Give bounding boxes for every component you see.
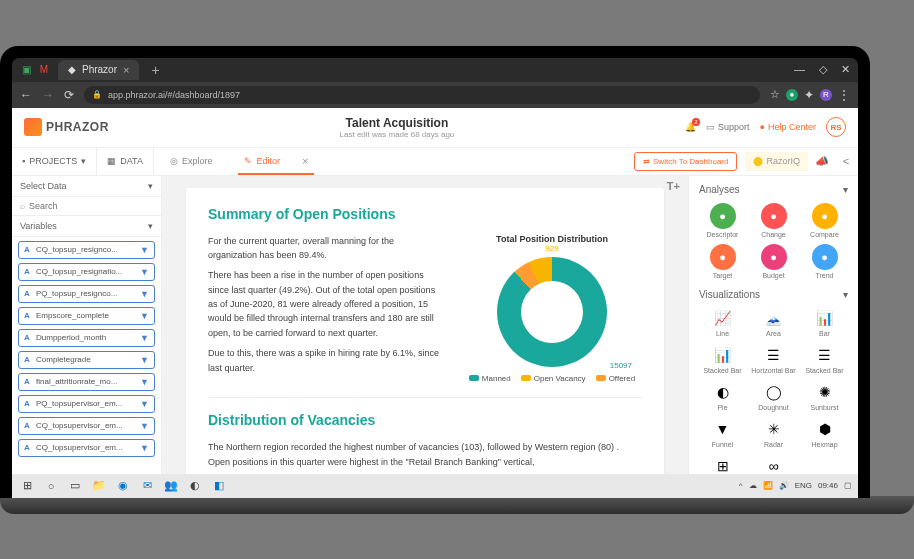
browser-tab[interactable]: ◆ Phrazor × [58,60,139,80]
viz-item[interactable]: 🗻Area [750,308,797,337]
support-link[interactable]: ▭ Support [706,122,750,132]
variable-item[interactable]: ACompletegrade▼ [18,351,155,369]
wifi-icon[interactable]: 📶 [763,481,773,490]
select-data-dropdown[interactable]: Select Data▾ [12,176,161,197]
analysis-item[interactable]: ●Change [750,203,797,238]
edge-icon[interactable]: ◉ [114,477,132,495]
variable-item[interactable]: ADumpperiod_month▼ [18,329,155,347]
avatar[interactable]: RS [826,117,846,137]
viz-item[interactable]: 📊Stacked Bar [699,345,746,374]
cloud-icon[interactable]: ☁ [749,481,757,490]
text-format-icon[interactable]: T+ [667,180,680,192]
maximize-icon[interactable]: ◇ [819,63,827,76]
vscode-icon[interactable]: ◧ [210,477,228,495]
outlook-icon[interactable]: ✉ [138,477,156,495]
tray-chevron-icon[interactable]: ^ [739,481,743,490]
variable-item[interactable]: ACQ_topsupervisor_em...▼ [18,417,155,435]
filter-icon[interactable]: ▼ [140,245,149,255]
viz-item[interactable]: ☰Stacked Bar [801,345,848,374]
clock[interactable]: 09:46 [818,481,838,490]
viz-item[interactable]: 📊Bar [801,308,848,337]
viz-icon: ◯ [762,382,786,402]
chrome-icon[interactable]: ◐ [186,477,204,495]
viz-icon: ⬢ [813,419,837,439]
viz-item[interactable]: ▼Funnel [699,419,746,448]
viz-item[interactable]: ☰Horizontal Bar [750,345,797,374]
volume-icon[interactable]: 🔊 [779,481,789,490]
filter-icon[interactable]: ▼ [140,289,149,299]
analysis-item[interactable]: ●Compare [801,203,848,238]
section-title: Summary of Open Positions [208,206,642,222]
tab-explore[interactable]: ◎ Explore [154,148,229,175]
viz-item[interactable]: ∞Text Block [750,456,797,474]
viz-item[interactable]: ✺Sunburst [801,382,848,411]
close-icon[interactable]: × [123,64,129,76]
search-taskbar-icon[interactable]: ○ [42,477,60,495]
var-type-icon: A [24,399,32,408]
forward-icon[interactable]: → [42,88,54,102]
close-window-icon[interactable]: ✕ [841,63,850,76]
announce-icon[interactable]: 📣 [810,148,834,175]
filter-icon[interactable]: ▼ [140,399,149,409]
share-icon[interactable]: < [834,148,858,175]
new-tab-button[interactable]: + [151,62,159,78]
filter-icon[interactable]: ▼ [140,421,149,431]
notifications-icon[interactable]: ▢ [844,481,852,490]
analysis-item[interactable]: ●Budget [750,244,797,279]
help-center-link[interactable]: ● Help Center [760,122,816,132]
close-tab-icon[interactable]: × [302,155,308,167]
minimize-icon[interactable]: — [794,63,805,76]
variables-header[interactable]: Variables▾ [12,216,161,237]
variable-item[interactable]: APQ_topsupervisor_em...▼ [18,395,155,413]
analyses-header[interactable]: Analyses▾ [699,184,848,195]
viz-item[interactable]: ◯Doughnut [750,382,797,411]
search-icon: ⌕ [20,201,25,211]
logo[interactable]: PHRAZOR [24,118,109,136]
teams-icon[interactable]: 👥 [162,477,180,495]
menu-icon[interactable]: ⋮ [838,88,850,102]
back-icon[interactable]: ← [20,88,32,102]
url-input[interactable]: 🔒 app.phrazor.ai/#/dashboard/1897 [84,86,760,104]
filter-icon[interactable]: ▼ [140,443,149,453]
search-row: ⌕ [12,197,161,216]
start-icon[interactable]: ⊞ [18,477,36,495]
filter-icon[interactable]: ▼ [140,267,149,277]
reload-icon[interactable]: ⟳ [64,88,74,102]
viz-item[interactable]: ⊞Table [699,456,746,474]
razoriq-button[interactable]: ⬤ RazorIQ [745,152,808,171]
analysis-item[interactable]: ●Descriptor [699,203,746,238]
viz-item[interactable]: ◐Pie [699,382,746,411]
analysis-item[interactable]: ●Trend [801,244,848,279]
viz-item[interactable]: ⬢Hexmap [801,419,848,448]
variable-item[interactable]: APQ_topsup_resignco...▼ [18,285,155,303]
filter-icon[interactable]: ▼ [140,333,149,343]
filter-icon[interactable]: ▼ [140,355,149,365]
task-view-icon[interactable]: ▭ [66,477,84,495]
variable-item[interactable]: ACQ_topsup_resignatio...▼ [18,263,155,281]
viz-item[interactable]: 📈Line [699,308,746,337]
viz-icon: ☰ [813,345,837,365]
switch-to-dashboard-button[interactable]: ⇄ Switch To Dashboard [634,152,737,171]
bell-icon[interactable]: 🔔2 [685,122,696,132]
extension-icon[interactable]: ● [786,89,798,101]
visualizations-header[interactable]: Visualizations▾ [699,289,848,300]
explorer-icon[interactable]: 📁 [90,477,108,495]
profile-badge[interactable]: R [820,89,832,101]
variable-item[interactable]: AEmpscore_complete▼ [18,307,155,325]
viz-label: Funnel [712,441,733,448]
filter-icon[interactable]: ▼ [140,311,149,321]
data-menu[interactable]: ▦ DATA [97,148,154,175]
star-icon[interactable]: ☆ [770,88,780,101]
analysis-item[interactable]: ●Target [699,244,746,279]
filter-icon[interactable]: ▼ [140,377,149,387]
analysis-icon: ● [812,203,838,229]
tab-editor[interactable]: ✎ Editor× [228,148,324,175]
extensions-icon[interactable]: ✦ [804,88,814,102]
variable-item[interactable]: ACQ_topsup_resignco...▼ [18,241,155,259]
search-input[interactable] [29,201,153,211]
language-indicator[interactable]: ENG [795,481,812,490]
projects-menu[interactable]: ▪ PROJECTS ▾ [12,148,97,175]
variable-item[interactable]: Afinal_attritionrate_mo...▼ [18,373,155,391]
viz-item[interactable]: ✳Radar [750,419,797,448]
variable-item[interactable]: ACQ_topsupervisor_em...▼ [18,439,155,457]
